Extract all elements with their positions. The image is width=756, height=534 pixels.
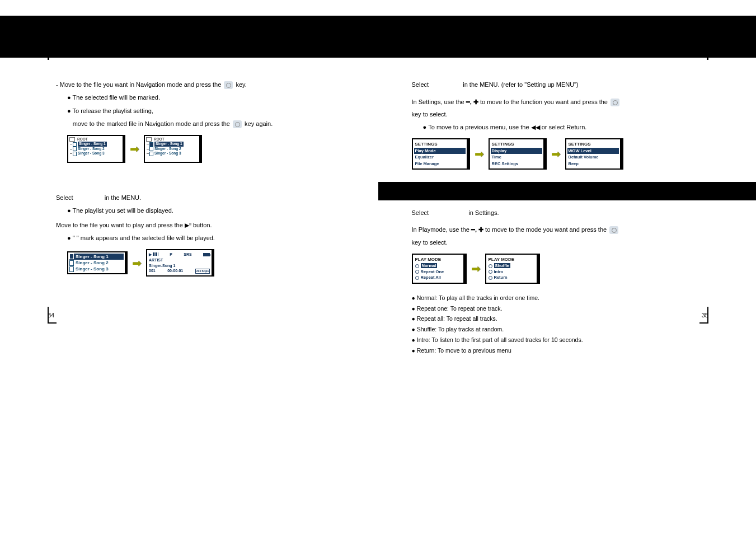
text: " " mark appears and the selected file w…	[73, 235, 215, 241]
list-item: REC Settings	[492, 161, 541, 167]
playing-step-2: Move to the file you want to play and pr…	[56, 221, 334, 230]
settings-step-2-note: ● To move to a previous menu, use the ◀◀…	[423, 123, 703, 132]
playmode-step-2b: key to select.	[412, 238, 703, 247]
text: Select	[412, 81, 429, 88]
list-item: File Manage	[415, 161, 464, 167]
playing-step-2-note: ● " " mark appears and the selected file…	[67, 233, 334, 243]
playmode-screen-1: PLAY MODE Normal Repeat One Repeat All	[412, 254, 467, 284]
text: Singer - Song 2	[78, 147, 105, 151]
settings-title: SETTINGS	[569, 141, 618, 148]
text: Intro	[494, 269, 504, 274]
text: Shuffle	[494, 263, 510, 268]
text: Singer - Song 1	[78, 142, 107, 146]
crop-mark	[707, 307, 708, 324]
text: Select	[56, 194, 73, 201]
list-item: Normal	[415, 263, 461, 269]
playmode-screen-2: PLAY MODE Shuffle Intro Return	[485, 254, 540, 284]
list-item: Singer - Song 2	[69, 260, 124, 266]
list-item: Return	[489, 275, 534, 281]
settings-screen-2: SETTINGS Display Time REC Settings	[489, 138, 547, 170]
list-item: Beep	[569, 161, 618, 167]
list-item: Singer - Song 1	[69, 254, 124, 260]
desc-item: ● Shuffle: To play tracks at random.	[412, 325, 703, 334]
playmode-descriptions: ● Normal: To play all the tracks in orde…	[412, 294, 703, 355]
file-icon	[73, 152, 77, 156]
text: To move to a previous menu, use the ◀◀ o…	[428, 124, 586, 130]
text: To release the playlist setting,	[73, 107, 153, 114]
release-line-1: ● To release the playlist setting,	[67, 106, 334, 116]
text: to move to the function you want and pre…	[480, 99, 608, 105]
desc-item: ● Normal: To play all the tracks in orde…	[412, 294, 703, 303]
track-number: 001	[149, 268, 156, 274]
release-line-2: ● move to the marked file in Navigation …	[67, 119, 334, 129]
playing-note: ● The playlist you set will be displayed…	[67, 206, 334, 216]
bitrate: 204 Kbps	[195, 269, 210, 274]
settings-screen-3: SETTINGS WOW Level Default Volume Beep	[565, 138, 623, 170]
root-label: ROOT	[146, 137, 198, 142]
play-icon: ▶	[149, 252, 158, 257]
settings-title: SETTINGS	[492, 141, 541, 148]
text: Normal	[421, 263, 438, 268]
select-key-icon	[233, 120, 242, 128]
text: SRS	[184, 252, 191, 257]
arrow-icon: ➡	[551, 146, 561, 162]
list-item: Singer - Song 1	[149, 142, 198, 146]
text: - Move to the file you want in Navigatio…	[56, 81, 221, 88]
folder-icon	[69, 137, 76, 142]
text: Repeat All	[421, 275, 441, 280]
battery-icon	[203, 253, 210, 256]
text: in the MENU. (refer to "Setting up MENU"…	[463, 81, 579, 88]
text: Select	[412, 209, 429, 216]
select-key-icon	[609, 226, 618, 234]
file-icon	[149, 147, 153, 151]
file-icon	[73, 142, 77, 147]
list-item: Singer - Song 3	[69, 266, 124, 272]
file-icon	[73, 147, 77, 151]
arrow-icon: ➡	[132, 255, 142, 271]
list-item: Singer - Song 1	[73, 142, 121, 146]
text: to move to the mode you want and press t…	[485, 226, 607, 233]
list-item: Repeat All	[415, 275, 461, 281]
header-bar-left	[0, 16, 378, 58]
page-35: Select in the MENU. (refer to "Setting u…	[378, 0, 757, 534]
signal-icon	[153, 252, 158, 256]
settings-step-2: In Settings, use the ━, ✚ to move to the…	[412, 97, 703, 107]
text: In Playmode, use the	[412, 226, 469, 233]
crop-mark	[707, 53, 708, 60]
page-spread: - Move to the file you want in Navigatio…	[0, 0, 756, 534]
track-time: 00:00:01	[167, 268, 183, 274]
text: The selected file will be marked.	[73, 94, 161, 101]
playlist-screen: Singer - Song 1 Singer - Song 2 Singer -…	[67, 251, 128, 275]
folder-icon	[146, 137, 153, 142]
artist-label: ARTIST	[149, 257, 210, 263]
text: Repeat One	[421, 269, 444, 274]
root-figure-row: ROOT Singer - Song 1 Singer - Song 2 Sin…	[67, 135, 334, 163]
desc-item: ● Return: To move to a previous menu	[412, 346, 703, 355]
artist-value: Singer-Song 1	[149, 263, 210, 269]
arrow-icon: ➡	[471, 260, 481, 277]
file-icon	[149, 152, 153, 156]
list-item: Equalizer	[415, 154, 464, 160]
list-item: Time	[492, 154, 541, 160]
desc-item: ● Repeat one: To repeat one track.	[412, 305, 703, 313]
desc-item: ● Repeat all: To repeat all tracks.	[412, 315, 703, 324]
text: ROOT	[154, 137, 165, 142]
text: Repeat all: To repeat all tracks.	[417, 315, 497, 322]
text: Repeat one: To repeat one track.	[417, 305, 503, 312]
playmode-title: PLAY MODE	[489, 256, 534, 263]
text: Singer - Song 2	[76, 260, 109, 266]
list-item: Intro	[489, 269, 534, 275]
arrow-icon: ➡	[130, 140, 139, 157]
playmode-step-1: Select in Settings.	[412, 208, 703, 218]
text: in the MENU.	[105, 194, 141, 201]
root-screen-before: ROOT Singer - Song 1 Singer - Song 2 Sin…	[67, 135, 125, 163]
text: Singer - Song 3	[154, 151, 181, 156]
text: Return	[494, 275, 508, 280]
select-key-icon	[611, 99, 619, 106]
settings-title: SETTINGS	[415, 141, 464, 148]
step-3-note: ● The selected file will be marked.	[67, 93, 334, 102]
text: Intro: To listen to the first part of al…	[417, 336, 583, 343]
page-34: - Move to the file you want in Navigatio…	[0, 0, 378, 534]
now-playing-screen: ▶ P SRS ARTIST Singer-Song 1 001 00:00:0…	[146, 249, 214, 277]
text: Singer - Song 3	[78, 151, 105, 156]
